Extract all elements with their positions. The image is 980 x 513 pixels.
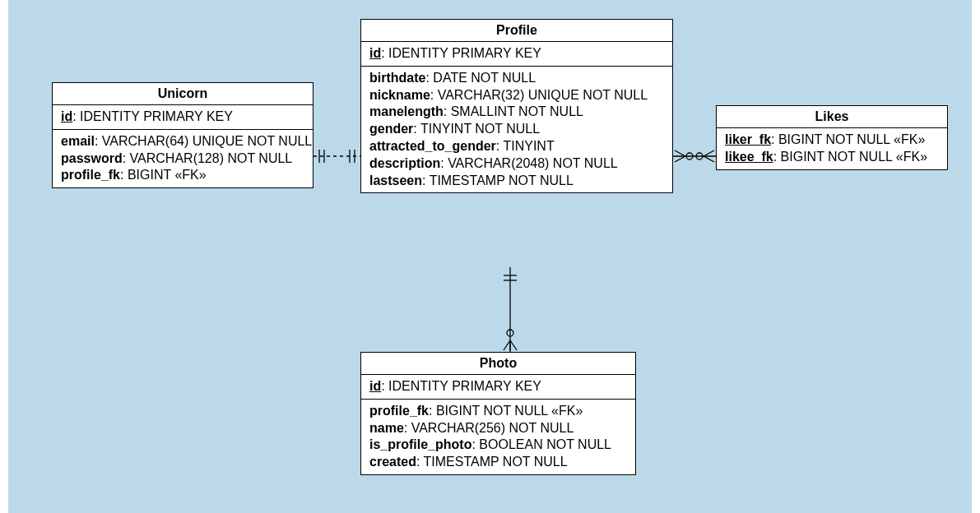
entity-title: Profile <box>361 20 672 42</box>
attr-row: manelength: SMALLINT NOT NULL <box>369 104 664 121</box>
attr-row: email: VARCHAR(64) UNIQUE NOT NULL <box>61 133 304 150</box>
attrs-section: profile_fk: BIGINT NOT NULL «FK» name: V… <box>361 400 635 474</box>
field-name: nickname <box>369 88 430 102</box>
field-name: name <box>369 421 404 435</box>
field-type: : VARCHAR(64) UNIQUE NOT NULL <box>95 134 312 148</box>
field-type: : VARCHAR(256) NOT NULL <box>404 421 574 435</box>
field-name: liker_fk <box>725 132 771 146</box>
attr-row: attracted_to_gender: TINYINT <box>369 138 664 155</box>
attr-row: profile_fk: BIGINT NOT NULL «FK» <box>369 403 627 420</box>
entity-photo: Photo id: IDENTITY PRIMARY KEY profile_f… <box>360 352 636 475</box>
field-type: : VARCHAR(128) NOT NULL <box>123 151 293 165</box>
pk-row: id: IDENTITY PRIMARY KEY <box>369 45 664 62</box>
field-name: profile_fk <box>61 168 120 182</box>
field-name: id <box>369 379 381 393</box>
field-type: : BIGINT NOT NULL «FK» <box>771 132 925 146</box>
field-name: description <box>369 156 440 170</box>
entity-title: Unicorn <box>53 83 313 105</box>
pk-row: id: IDENTITY PRIMARY KEY <box>369 378 627 395</box>
attr-row: profile_fk: BIGINT «FK» <box>61 167 304 184</box>
field-type: : TINYINT NOT NULL <box>413 122 540 136</box>
pk-section: id: IDENTITY PRIMARY KEY <box>361 42 672 67</box>
attr-row: name: VARCHAR(256) NOT NULL <box>369 420 627 437</box>
attr-row: lastseen: TIMESTAMP NOT NULL <box>369 173 664 190</box>
attrs-section: birthdate: DATE NOT NULL nickname: VARCH… <box>361 67 672 193</box>
field-type: : DATE NOT NULL <box>425 71 536 85</box>
attr-row: gender: TINYINT NOT NULL <box>369 121 664 138</box>
field-type: : IDENTITY PRIMARY KEY <box>381 46 541 60</box>
field-name: birthdate <box>369 71 425 85</box>
attr-row: likee_fk: BIGINT NOT NULL «FK» <box>725 149 939 166</box>
entity-likes: Likes liker_fk: BIGINT NOT NULL «FK» lik… <box>716 105 948 170</box>
attr-row: birthdate: DATE NOT NULL <box>369 70 664 87</box>
field-type: : SMALLINT NOT NULL <box>444 104 583 118</box>
entity-unicorn: Unicorn id: IDENTITY PRIMARY KEY email: … <box>52 82 314 188</box>
field-type: : BIGINT «FK» <box>120 168 207 182</box>
field-name: lastseen <box>369 173 422 187</box>
field-type: : BOOLEAN NOT NULL <box>471 437 611 451</box>
field-name: profile_fk <box>369 404 429 418</box>
field-type: : BIGINT NOT NULL «FK» <box>773 150 927 164</box>
pk-row: id: IDENTITY PRIMARY KEY <box>61 109 304 126</box>
field-type: : TINYINT <box>496 139 555 153</box>
entity-title: Photo <box>361 353 635 375</box>
field-type: : TIMESTAMP NOT NULL <box>416 455 568 469</box>
attrs-section: email: VARCHAR(64) UNIQUE NOT NULL passw… <box>53 130 313 187</box>
entity-profile: Profile id: IDENTITY PRIMARY KEY birthda… <box>360 19 673 193</box>
field-name: id <box>369 46 381 60</box>
attr-row: is_profile_photo: BOOLEAN NOT NULL <box>369 437 627 454</box>
field-name: manelength <box>369 104 444 118</box>
attr-row: liker_fk: BIGINT NOT NULL «FK» <box>725 132 939 149</box>
attr-row: nickname: VARCHAR(32) UNIQUE NOT NULL <box>369 87 664 104</box>
entity-title: Likes <box>717 106 947 128</box>
field-name: email <box>61 134 95 148</box>
field-type: : IDENTITY PRIMARY KEY <box>72 109 233 123</box>
field-type: : VARCHAR(2048) NOT NULL <box>440 156 617 170</box>
field-name: attracted_to_gender <box>369 139 496 153</box>
field-type: : VARCHAR(32) UNIQUE NOT NULL <box>430 88 648 102</box>
pk-section: id: IDENTITY PRIMARY KEY <box>53 105 313 130</box>
attr-row: password: VARCHAR(128) NOT NULL <box>61 150 304 168</box>
field-name: created <box>369 455 416 469</box>
erd-canvas: Unicorn id: IDENTITY PRIMARY KEY email: … <box>0 0 980 513</box>
attrs-section: liker_fk: BIGINT NOT NULL «FK» likee_fk:… <box>717 128 947 169</box>
field-name: id <box>61 109 72 123</box>
attr-row: description: VARCHAR(2048) NOT NULL <box>369 155 664 173</box>
pk-section: id: IDENTITY PRIMARY KEY <box>361 375 635 400</box>
field-name: likee_fk <box>725 150 773 164</box>
field-name: password <box>61 151 123 165</box>
field-type: : IDENTITY PRIMARY KEY <box>381 379 541 393</box>
field-type: : BIGINT NOT NULL «FK» <box>429 404 583 418</box>
field-name: is_profile_photo <box>369 437 471 451</box>
attr-row: created: TIMESTAMP NOT NULL <box>369 454 627 471</box>
field-name: gender <box>369 122 413 136</box>
field-type: : TIMESTAMP NOT NULL <box>422 173 574 187</box>
